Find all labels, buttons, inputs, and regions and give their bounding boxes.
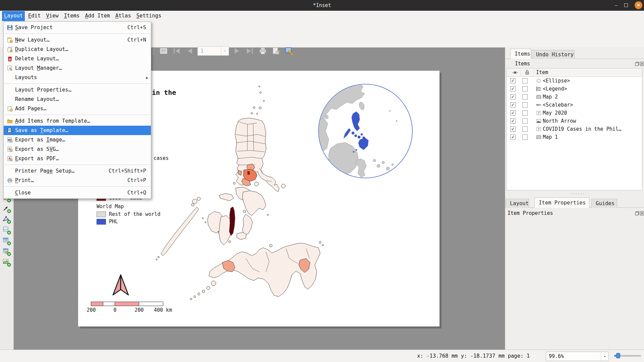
menubar-item-view[interactable]: View [44,11,60,21]
close-panel-icon[interactable] [640,61,644,66]
lock-checkbox[interactable] [522,86,528,92]
item-row-covid19-cases-in-the-phil[interactable]: ✓TCOVID19 Cases in the Phil… [507,125,642,133]
menu-item-printer-page-setup[interactable]: Printer Page Setup…Ctrl+Shift+P [4,166,151,176]
visibility-checkbox[interactable]: ✓ [510,118,516,124]
legend-fragment-cases: cases [154,155,169,161]
float-panel-icon[interactable] [635,61,639,66]
ellipse-item-icon [536,78,541,83]
lock-checkbox[interactable] [522,118,528,124]
save-template-icon [6,128,14,133]
item-row-map-1[interactable]: ✓Map 1 [507,133,642,141]
menu-item-add-pages[interactable]: Add Pages… [4,104,151,113]
visibility-checkbox[interactable]: ✓ [510,126,516,132]
add-fixed-table-icon[interactable] [2,247,11,256]
tab-undo-history[interactable]: Undo History [532,50,575,59]
menu-item-export-as-image[interactable]: Export as Image… [4,135,151,144]
preview-atlas-icon[interactable] [158,46,169,56]
maximize-button[interactable] [624,3,628,7]
menu-item-delete-layout[interactable]: Delete Layout… [4,54,151,63]
add-node-item-icon[interactable] [2,215,11,224]
visibility-checkbox[interactable]: ✓ [510,86,516,92]
menu-item-export-as-svg[interactable]: Export as SVG… [4,144,151,154]
visibility-checkbox[interactable]: ✓ [510,102,516,108]
menu-item-shortcut: Ctrl+S [127,24,151,31]
scalebar-tick-label: 200 [86,307,96,313]
lock-checkbox[interactable] [522,126,528,132]
atlas-previous-feature-icon[interactable] [184,46,195,56]
visibility-checkbox[interactable]: ✓ [510,110,516,116]
add-elevation-profile-icon[interactable] [2,258,11,267]
atlas-page-combo[interactable]: 1 ▾ [197,46,229,56]
item-row-scalebar[interactable]: ✓<Scalebar> [507,101,642,109]
menu-item-layout-manager[interactable]: Layout Manager… [4,63,151,73]
menu-item-rename-layout[interactable]: Rename Layout… [4,95,151,104]
menubar-item-atlas[interactable]: Atlas [113,11,133,21]
add-html-icon[interactable]: </> [2,226,11,235]
lock-checkbox[interactable] [522,94,528,100]
menu-item-print[interactable]: Print…Ctrl+P [4,176,151,185]
menu-item-layouts[interactable]: Layouts▸ [4,73,151,82]
tab-layout[interactable]: Layout [506,199,529,208]
atlas-next-feature-icon[interactable] [231,46,242,56]
visibility-checkbox[interactable]: ✓ [510,134,516,140]
scalebar-segment [139,302,163,306]
item-row-may-2020[interactable]: ✓TMay 2020 [507,109,642,117]
save-icon [6,25,14,31]
lock-checkbox[interactable] [522,110,528,116]
north-arrow[interactable] [113,275,128,295]
float-panel-icon[interactable] [635,211,639,215]
chevron-down-icon: ▾ [601,352,608,361]
print-atlas-icon[interactable] [257,46,268,56]
tab-guides[interactable]: Guides [591,199,617,208]
zoom-level-value: 99.6% [546,353,601,359]
menu-item-save-as-template[interactable]: Save as Template… [4,126,151,135]
add-attribute-table-icon[interactable] [2,237,11,245]
panel-splitter[interactable] [571,193,584,195]
close-panel-icon[interactable] [640,211,644,215]
menubar-item-items[interactable]: Items [62,11,82,21]
atlas-last-feature-icon[interactable] [244,46,255,56]
visibility-checkbox[interactable]: ✓ [510,94,516,100]
svg-text:</>: </> [3,228,8,231]
close-button[interactable]: × [635,1,642,9]
menu-item-save-project[interactable]: Save ProjectCtrl+S [4,23,151,32]
menu-item-label: Add Pages… [15,106,151,112]
item-row-map-2[interactable]: ✓Map 2 [507,93,642,101]
tab-items[interactable]: Items [510,49,531,59]
picture-item-icon [536,118,541,124]
export-atlas-icon[interactable]: ▾ [271,46,281,56]
visibility-checkbox[interactable]: ✓ [510,78,516,83]
menubar-item-edit[interactable]: Edit [26,11,43,21]
menu-item-close[interactable]: CloseCtrl+Q [4,188,151,197]
menu-item-label: Layout Manager… [15,65,151,71]
menubar-item-settings[interactable]: Settings [134,11,164,21]
menu-separator [4,34,151,34]
item-row-ellipse[interactable]: ✓<Ellipse> [507,77,642,85]
tab-item-properties[interactable]: Item Properties [534,197,589,208]
item-row-label: <Legend> [543,86,567,92]
menu-item-label: Export as SVG… [15,146,151,152]
toolbar-drag-handle[interactable] [153,47,155,55]
menu-item-export-as-pdf[interactable]: AExport as PDF… [4,154,151,163]
zoom-level-combo[interactable]: 99.6% ▾ [546,352,609,361]
menu-item-label: New Layout… [15,37,127,43]
refresh-view-icon[interactable] [284,46,294,56]
lock-checkbox[interactable] [522,102,528,108]
item-row-north-arrow[interactable]: ✓North Arrow [507,117,642,125]
menu-item-duplicate-layout[interactable]: Duplicate Layout… [4,45,151,54]
menu-item-layout-properties[interactable]: Layout Properties… [4,85,151,95]
menu-item-label: Add Items from Template… [15,118,151,124]
menubar-item-add-item[interactable]: Add Item [83,11,112,21]
zoom-slider-handle[interactable] [616,353,620,358]
menubar-item-layout[interactable]: Layout [2,11,25,21]
atlas-first-feature-icon[interactable] [171,46,182,56]
lock-icon [524,69,530,75]
add-arrow-icon[interactable] [2,204,11,213]
minimize-button[interactable]: — [613,2,620,9]
item-row-legend[interactable]: ✓<Legend> [507,85,642,93]
lock-checkbox[interactable] [522,78,528,83]
menu-item-new-layout[interactable]: New Layout…Ctrl+N [4,35,151,45]
qgis-layout-window: *Inset — × LayoutEditViewItemsAdd ItemAt… [0,0,644,362]
menu-item-add-items-from-template[interactable]: Add Items from Template… [4,116,151,126]
lock-checkbox[interactable] [522,134,528,140]
